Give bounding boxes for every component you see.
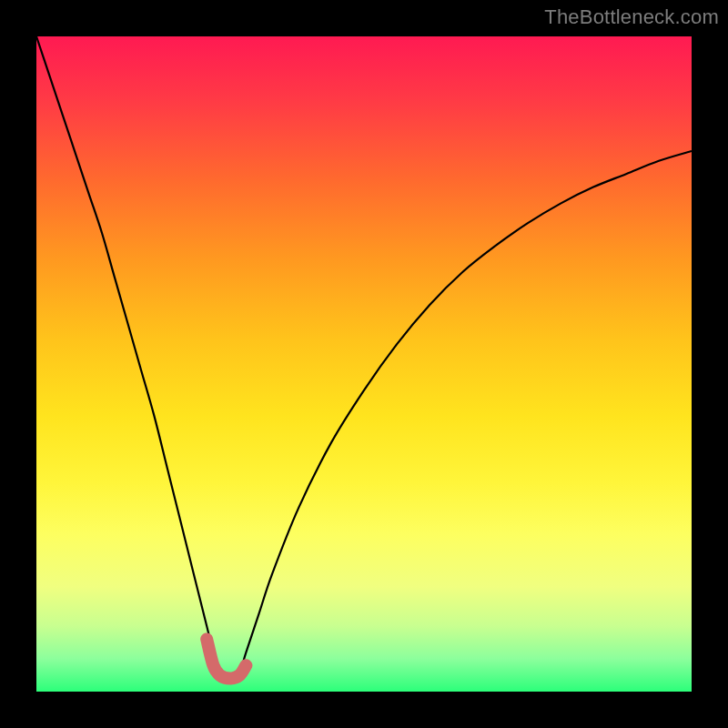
curve-layer	[36, 36, 692, 692]
highlight-u	[207, 639, 246, 678]
bottleneck-curve	[36, 36, 692, 679]
watermark-text: TheBottleneck.com	[544, 5, 719, 29]
chart-frame: TheBottleneck.com	[0, 0, 728, 728]
plot-area	[36, 36, 692, 692]
